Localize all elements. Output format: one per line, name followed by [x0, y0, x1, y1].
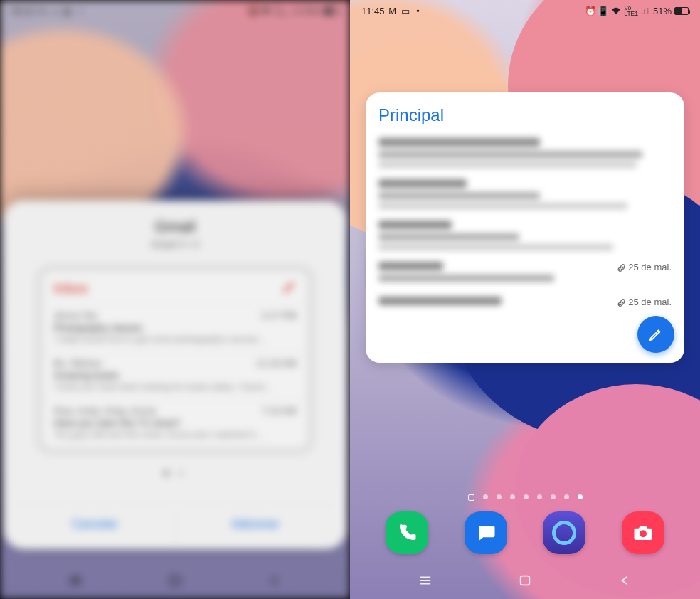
home-page-indicator[interactable] — [350, 494, 700, 501]
recents-button[interactable] — [401, 571, 450, 590]
compose-icon — [282, 280, 297, 297]
nav-bar — [350, 562, 700, 599]
network-tag: VoLTE1 — [274, 5, 288, 17]
alarm-icon: ⏰ — [585, 6, 595, 16]
status-bar-right: 11:45 M ▭ • ⏰ 📳 VoLTE1 .ıll 51% — [350, 0, 700, 21]
widget-mail-row[interactable]: 25 de mai. — [378, 291, 672, 315]
widget-add-sheet: Gmail Gmail 3 × 3 Inbox Jenna Tan2:17 PM… — [4, 201, 346, 549]
camera-app-icon[interactable] — [622, 511, 664, 554]
compose-fab[interactable] — [637, 316, 674, 353]
network-tag: VoLTE1 — [624, 5, 638, 17]
widget-preview[interactable]: Inbox Jenna Tan2:17 PM Photography class… — [35, 264, 315, 455]
add-button[interactable]: Adicionar — [176, 507, 336, 542]
svg-point-1 — [640, 530, 647, 537]
widget-mail-row[interactable] — [378, 174, 672, 215]
wifi-icon — [261, 6, 271, 16]
svg-rect-2 — [521, 576, 530, 585]
back-button[interactable] — [600, 571, 650, 590]
widget-mail-date: 25 de mai. — [612, 297, 672, 307]
battery-icon — [674, 7, 689, 15]
recents-button[interactable] — [51, 571, 100, 590]
app-statusbar-icon: ◐ — [63, 6, 73, 16]
mail-statusbar-icon: ✉ — [38, 6, 48, 16]
widget-mail-row[interactable]: 25 de mai. — [378, 256, 672, 291]
vibrate-icon: 📳 — [598, 6, 608, 16]
preview-message-row: Paul, Andy, Greg, Aruna7:13 AM Have you … — [43, 399, 307, 447]
attachment-icon — [617, 263, 626, 272]
back-button[interactable] — [250, 571, 300, 590]
svg-rect-0 — [171, 576, 180, 585]
messages-app-icon[interactable] — [465, 511, 507, 554]
mute-icon: 🔇 — [248, 6, 258, 16]
home-page-dot[interactable] — [468, 494, 474, 501]
app-dock — [350, 504, 700, 562]
wifi-icon — [611, 6, 621, 16]
attachment-icon — [617, 298, 626, 307]
sheet-title: Gmail — [15, 218, 335, 236]
home-button[interactable] — [500, 571, 550, 590]
battery-percent: 51% — [653, 6, 672, 16]
gmail-statusbar-icon: M — [388, 6, 398, 16]
browser-app-icon[interactable] — [543, 511, 585, 554]
preview-message-row: Bo, Nikolus11:19 AM Amazing books I know… — [43, 351, 307, 399]
widget-mail-row[interactable] — [378, 215, 672, 256]
widget-folder-label[interactable]: Principal — [378, 105, 672, 125]
clock: 11:45 — [361, 6, 385, 16]
signal-icon: .ıll — [291, 6, 300, 16]
battery-icon — [324, 7, 339, 15]
widget-mail-row[interactable] — [378, 132, 672, 174]
home-button[interactable] — [150, 571, 200, 590]
card-statusbar-icon: ▭ — [401, 6, 410, 16]
sheet-page-dots: ● ○ — [15, 467, 335, 478]
nav-bar — [0, 562, 350, 599]
sheet-subtitle: Gmail 3 × 3 — [15, 239, 335, 250]
status-bar-left: 08:20 ✉ ▭ ◐ • 🔇 VoLTE1 .ıll 58% — [0, 0, 350, 21]
clock: 08:20 — [11, 6, 35, 16]
battery-percent: 58% — [303, 6, 322, 16]
gmail-widget[interactable]: Principal 25 de mai. — [366, 92, 684, 363]
more-statusbar-icon: • — [413, 6, 423, 16]
more-statusbar-icon: • — [76, 6, 86, 16]
cancel-button[interactable]: Cancelar — [15, 507, 175, 542]
phone-app-icon[interactable] — [386, 511, 428, 554]
card-statusbar-icon: ▭ — [51, 6, 60, 16]
widget-mail-date: 25 de mai. — [612, 262, 672, 272]
inbox-label: Inbox — [53, 280, 88, 297]
preview-message-row: Jenna Tan2:17 PM Photography classes I r… — [43, 304, 307, 351]
signal-icon: .ıll — [641, 6, 650, 16]
